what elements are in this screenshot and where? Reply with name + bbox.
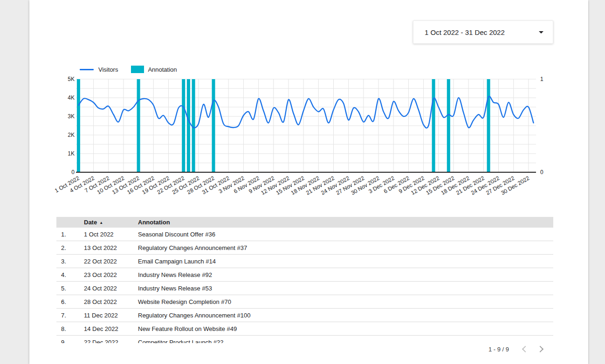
visitors-line	[78, 96, 533, 128]
table-row: 9.22 Dec 2022Competitor Product Launch #…	[56, 336, 553, 343]
pagination-range-label: 1 - 9 / 9	[488, 346, 509, 353]
cell-row-number: 3.	[56, 258, 84, 265]
annotation-bar[interactable]	[212, 79, 215, 172]
cell-date: 28 Oct 2022	[84, 298, 138, 305]
chevron-left-icon	[522, 346, 529, 352]
next-page-button[interactable]	[536, 344, 546, 354]
cell-annotation: Industry News Release #92	[138, 271, 553, 278]
cell-row-number: 8.	[56, 325, 84, 332]
cell-date: 24 Oct 2022	[84, 285, 138, 292]
left-axis-tick: 2K	[68, 132, 75, 138]
cell-annotation: Industry News Release #53	[138, 285, 553, 292]
table-row: 2.13 Oct 2022Regulatory Changes Announce…	[56, 241, 553, 255]
table-row: 8.14 Dec 2022New Feature Rollout on Webs…	[56, 322, 553, 336]
cell-annotation: Website Redesign Completion #70	[138, 298, 553, 305]
table-row: 1.1 Oct 2022Seasonal Discount Offer #36	[56, 228, 553, 241]
sort-asc-icon: ▲	[99, 221, 103, 225]
annotation-bar[interactable]	[487, 79, 490, 172]
cell-date: 13 Oct 2022	[84, 244, 138, 251]
left-axis-tick: 3K	[68, 113, 75, 120]
table-row: 5.24 Oct 2022Industry News Release #53	[56, 282, 553, 295]
cell-annotation: Regulatory Changes Announcement #100	[138, 312, 553, 319]
table-row: 3.22 Oct 2022Email Campaign Launch #14	[56, 255, 553, 268]
left-axis-tick: 0	[71, 169, 75, 175]
annotations-table-body: 1.1 Oct 2022Seasonal Discount Offer #362…	[56, 228, 553, 343]
table-row: 7.11 Dec 2022Regulatory Changes Announce…	[56, 309, 553, 322]
cell-row-number: 6.	[56, 298, 84, 305]
cell-annotation: New Feature Rollout on Website #49	[138, 325, 553, 332]
header-date-column[interactable]: Date▲	[84, 219, 138, 226]
left-axis-tick: 5K	[68, 76, 75, 82]
cell-date: 11 Dec 2022	[84, 312, 138, 319]
annotations-table: Date▲ Annotation 1.1 Oct 2022Seasonal Di…	[56, 217, 553, 343]
table-row: 6.28 Oct 2022Website Redesign Completion…	[56, 295, 553, 309]
chevron-right-icon	[537, 346, 543, 352]
annotation-bar[interactable]	[187, 79, 190, 172]
date-range-label: 1 Oct 2022 - 31 Dec 2022	[425, 28, 539, 36]
cell-row-number: 7.	[56, 312, 84, 319]
cell-row-number: 2.	[56, 244, 84, 251]
left-axis-tick: 1K	[68, 150, 75, 157]
right-axis-tick: 1	[540, 76, 543, 82]
annotation-bar[interactable]	[77, 79, 80, 172]
cell-date: 22 Oct 2022	[84, 258, 138, 265]
annotation-bar[interactable]	[182, 79, 185, 172]
right-axis-tick: 0	[540, 169, 543, 175]
annotation-bar[interactable]	[192, 79, 195, 172]
previous-page-button[interactable]	[519, 344, 529, 354]
annotation-bar[interactable]	[447, 79, 450, 172]
header-annotation-column[interactable]: Annotation	[138, 219, 553, 226]
table-pagination: 1 - 9 / 9	[488, 344, 553, 355]
cell-row-number: 4.	[56, 271, 84, 278]
cell-annotation: Regulatory Changes Announcement #37	[138, 244, 553, 251]
cell-date: 14 Dec 2022	[84, 325, 138, 332]
timeseries-chart[interactable]: 01K2K3K4K5K011 Oct 20224 Oct 20227 Oct 2…	[29, 61, 588, 214]
caret-down-icon	[539, 31, 543, 34]
annotation-bar[interactable]	[432, 79, 435, 172]
header-annotation-label: Annotation	[138, 219, 170, 226]
cell-row-number: 1.	[56, 231, 84, 238]
cell-annotation: Email Campaign Launch #14	[138, 258, 553, 265]
date-range-control[interactable]: 1 Oct 2022 - 31 Dec 2022	[413, 20, 553, 44]
cell-date: 22 Dec 2022	[84, 339, 138, 344]
left-axis-tick: 4K	[68, 94, 75, 101]
cell-row-number: 5.	[56, 285, 84, 292]
header-date-label: Date	[84, 219, 97, 226]
table-header-row: Date▲ Annotation	[56, 217, 553, 228]
annotation-bar[interactable]	[137, 79, 140, 172]
cell-annotation: Seasonal Discount Offer #36	[138, 231, 553, 238]
table-row: 4.23 Oct 2022Industry News Release #92	[56, 268, 553, 282]
cell-row-number: 9.	[56, 339, 84, 344]
cell-date: 1 Oct 2022	[84, 231, 138, 238]
report-canvas: 1 Oct 2022 - 31 Dec 2022 Visitors Annota…	[29, 0, 588, 364]
cell-date: 23 Oct 2022	[84, 271, 138, 278]
cell-annotation: Competitor Product Launch #22	[138, 339, 553, 344]
